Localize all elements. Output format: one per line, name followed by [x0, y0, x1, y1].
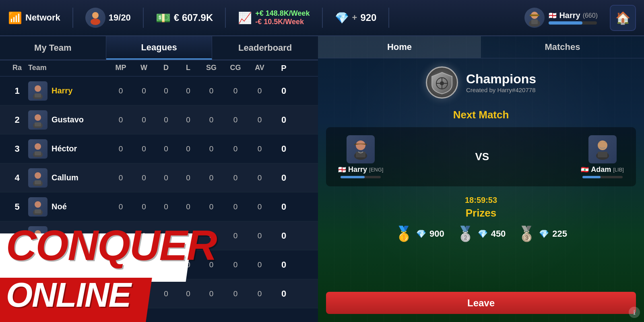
home-button[interactable]: 🏠: [610, 5, 636, 31]
td-sg: 0: [199, 116, 223, 124]
left-panel: My Team Leagues Leaderboard Ra Team MP W…: [0, 36, 318, 322]
player-row-icon: [30, 199, 46, 215]
svg-point-27: [35, 288, 41, 295]
network-status: 📶 Network: [8, 11, 60, 25]
svg-rect-8: [35, 93, 41, 97]
team-name: Gustavo: [52, 115, 84, 124]
xp-bar: [549, 21, 597, 25]
team-cell: [28, 284, 109, 303]
table-row[interactable]: 6 0 0 0 0 0 0 0 0: [0, 221, 318, 250]
header-av: AV: [248, 64, 272, 73]
silver-medal-icon: 🥈: [456, 225, 475, 242]
info-button[interactable]: ℹ: [629, 307, 640, 318]
team-cell: Callum: [28, 168, 109, 188]
tab-matches[interactable]: Matches: [481, 36, 644, 58]
td-mp: 0: [109, 87, 133, 95]
player-row-icon: [30, 83, 46, 99]
table-row[interactable]: 4 Callum 0 0 0 0 0 0 0 0: [0, 163, 318, 192]
tab-leagues[interactable]: Leagues: [106, 36, 213, 60]
xp-fill: [549, 21, 582, 25]
svg-point-32: [356, 140, 365, 150]
td-cg: 0: [223, 289, 248, 298]
td-cg: 0: [223, 173, 248, 182]
tab-my-team[interactable]: My Team: [0, 36, 106, 60]
divider2: [143, 8, 144, 28]
table-row[interactable]: 1 Harry 0 0 0 0 0 0 0 0: [0, 76, 318, 105]
td-av: 0: [248, 87, 272, 95]
player-row-icon: [30, 228, 46, 244]
td-points: 0: [272, 231, 296, 241]
player-level: (660): [583, 12, 598, 19]
gold-medal-icon: 🥇: [395, 225, 413, 242]
divider1: [72, 8, 73, 28]
td-mp: 0: [109, 173, 133, 182]
squad-count-item: 19/20: [85, 8, 131, 28]
td-w: 0: [133, 144, 155, 153]
next-match-title: Next Match: [453, 109, 509, 121]
league-name: Champions: [466, 72, 536, 87]
table-row[interactable]: 7 0 0 0 0 0 0 0 0: [0, 250, 318, 279]
table-row[interactable]: 3 Héctor 0 0 0 0 0 0 0 0: [0, 134, 318, 163]
table-row[interactable]: 8 0 0 0 0 0 0 0 0: [0, 279, 318, 308]
player1-flag-icon: 🏴󠁧󠁢󠁥󠁮󠁧󠁿: [338, 166, 346, 173]
team-name: Harry: [52, 86, 72, 95]
svg-point-18: [35, 201, 41, 208]
player-flag-icon: 🏴󠁧󠁢󠁥󠁮󠁧󠁿: [549, 12, 557, 19]
right-panel: Home Matches: [318, 36, 644, 322]
table-header: Ra Team MP W D L SG CG AV P: [0, 60, 318, 76]
player2-avatar: [588, 135, 617, 163]
td-mp: 0: [109, 144, 133, 153]
player-row-icon: [30, 286, 46, 302]
td-av: 0: [248, 231, 272, 240]
td-sg: 0: [199, 144, 223, 153]
td-mp: 0: [109, 260, 133, 269]
td-l: 0: [177, 260, 199, 269]
td-d: 0: [155, 260, 177, 269]
match-timer: 18:59:53: [465, 196, 497, 205]
svg-point-1: [91, 19, 100, 25]
tab-home[interactable]: Home: [318, 36, 481, 58]
td-points: 0: [272, 289, 296, 299]
right-content: Champions Created by Harry#420778 Next M…: [318, 58, 644, 322]
plus-icon[interactable]: +: [352, 12, 357, 23]
td-w: 0: [133, 173, 155, 182]
svg-rect-11: [35, 122, 41, 126]
player1-name: Harry: [348, 165, 367, 174]
table-row[interactable]: 5 Noé 0 0 0 0 0 0 0 0: [0, 192, 318, 221]
svg-rect-29: [35, 296, 41, 300]
leave-button[interactable]: Leave: [326, 292, 636, 314]
svg-rect-17: [35, 180, 41, 184]
bronze-medal-icon: 🥉: [518, 225, 536, 242]
td-l: 0: [177, 289, 199, 298]
match-player2: 🇱🇧 Adam [LIB]: [581, 135, 624, 178]
player2-name: Adam: [591, 165, 611, 174]
prize-gold: 🥇 💎 900: [395, 225, 444, 242]
team-cell: [28, 226, 109, 246]
td-points: 0: [272, 202, 296, 212]
rank-num: 5: [6, 202, 28, 212]
currency-value: € 607.9K: [174, 12, 213, 23]
top-bar: 📶 Network 19/20 💵 € 607.9K 📈 +€ 148.8K/W…: [0, 0, 644, 36]
header-d: D: [155, 64, 177, 73]
vs-label: VS: [475, 151, 489, 163]
table-row[interactable]: 2 Gustavo 0 0 0 0 0 0 0 0: [0, 105, 318, 134]
td-cg: 0: [223, 144, 248, 153]
tab-leaderboard[interactable]: Leaderboard: [212, 36, 318, 60]
player1-name-flag: 🏴󠁧󠁢󠁥󠁮󠁧󠁿 Harry [ENG]: [338, 165, 383, 174]
td-sg: 0: [199, 260, 223, 269]
td-points: 0: [272, 86, 296, 96]
td-av: 0: [248, 202, 272, 211]
money-icon: 💵: [156, 11, 171, 25]
td-points: 0: [272, 173, 296, 183]
main-tabs: My Team Leagues Leaderboard: [0, 36, 318, 60]
svg-point-6: [35, 85, 41, 92]
league-name-box: Champions Created by Harry#420778: [466, 72, 536, 93]
team-name: Callum: [52, 173, 78, 182]
player-row-icon: [30, 257, 46, 273]
td-l: 0: [177, 116, 199, 124]
gem-count: 920: [360, 12, 376, 23]
match-player1: 🏴󠁧󠁢󠁥󠁮󠁧󠁿 Harry [ENG]: [338, 135, 383, 178]
svg-point-0: [92, 12, 99, 19]
row-avatar: [28, 197, 47, 217]
td-d: 0: [155, 116, 177, 124]
